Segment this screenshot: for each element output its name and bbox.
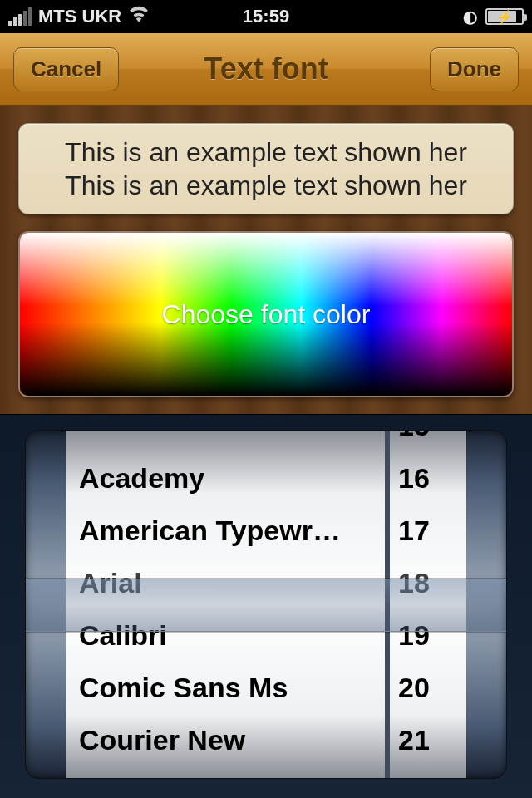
font-option[interactable]: Comic Sans Ms [66,662,385,714]
font-option[interactable] [66,431,385,452]
wifi-icon [128,6,150,27]
font-name-wheel[interactable]: Academy American Typewr… Arial Calibri C… [66,431,390,778]
alarm-icon: ◐ [463,7,477,27]
size-option-selected[interactable]: 18 [390,557,466,609]
font-option[interactable]: Courier New [66,714,385,766]
picker-frame: Academy American Typewr… Arial Calibri C… [25,430,507,779]
font-picker-container: Academy American Typewr… Arial Calibri C… [0,414,532,798]
size-option[interactable]: 20 [390,662,466,714]
status-left: MTS UKR [8,6,243,27]
font-option-selected[interactable]: Arial [66,557,385,609]
done-button[interactable]: Done [430,47,519,91]
clock: 15:59 [243,6,289,27]
carrier-label: MTS UKR [38,6,121,27]
status-bar: MTS UKR 15:59 ◐ ⚡ [0,0,532,33]
size-option[interactable]: 15 [390,431,466,452]
battery-charging-icon: ⚡ [485,8,524,25]
nav-bar: Cancel Text font Done [0,33,532,106]
font-option[interactable]: Academy [66,452,385,505]
font-size-wheel[interactable]: 15 16 17 18 19 20 21 [390,431,466,778]
font-option[interactable]: Calibri [66,609,385,662]
font-option[interactable]: American Typewr… [66,505,385,557]
example-text-panel: This is an example text shown her This i… [18,123,514,214]
size-option[interactable]: 17 [390,505,466,557]
color-picker-label: Choose font color [162,299,371,330]
example-line-1: This is an example text shown her [27,135,505,169]
size-option[interactable]: 19 [390,609,466,662]
signal-icon [8,7,32,26]
example-line-2: This is an example text shown her [27,169,505,202]
content-area: This is an example text shown her This i… [0,106,532,798]
cancel-button[interactable]: Cancel [13,47,119,91]
font-color-picker[interactable]: Choose font color [18,231,514,397]
size-option[interactable]: 16 [390,452,466,505]
size-option[interactable]: 21 [390,714,466,766]
status-right: ◐ ⚡ [289,7,524,27]
